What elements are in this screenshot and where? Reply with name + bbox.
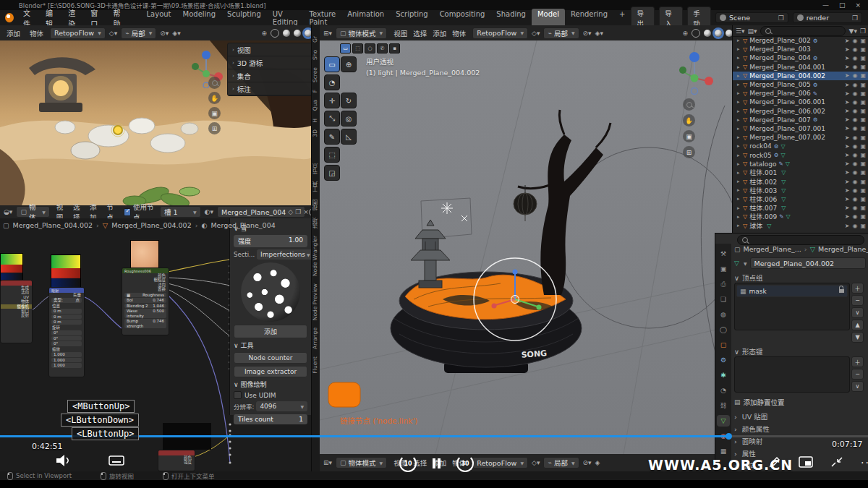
snap-magnet-icon[interactable]: ◈▾ bbox=[172, 30, 180, 37]
hide-render-camera-icon[interactable]: ▣ bbox=[860, 196, 866, 202]
workspace-tab[interactable]: Shading bbox=[490, 9, 532, 27]
hide-render-camera-icon[interactable]: ▣ bbox=[860, 99, 866, 106]
tab-world-icon[interactable]: ◯ bbox=[718, 325, 728, 334]
pan-hand-icon[interactable]: ✋ bbox=[683, 114, 695, 127]
vgroup-specials-button[interactable]: ∨ bbox=[851, 307, 864, 318]
pivot-icon[interactable]: ◇▾ bbox=[532, 459, 540, 466]
rest-position-row[interactable]: ▤ 添加静置位置 bbox=[734, 397, 866, 407]
workspace-tab[interactable]: Texture Paint bbox=[304, 9, 342, 27]
new-layer-icon[interactable]: ❐ bbox=[852, 14, 858, 22]
select-tweak-icon[interactable]: ▭ bbox=[340, 43, 351, 53]
hide-viewport-eye-icon[interactable]: ◉ bbox=[852, 134, 857, 141]
selectable-icon[interactable]: ➤ bbox=[845, 187, 850, 194]
tab-constraints-icon[interactable]: ⛓ bbox=[718, 401, 728, 410]
hide-viewport-eye-icon[interactable]: ◉ bbox=[852, 187, 857, 194]
hide-render-camera-icon[interactable]: ▣ bbox=[860, 152, 866, 158]
viewport-menu-item[interactable]: 添加 bbox=[430, 28, 449, 38]
hide-render-camera-icon[interactable]: ▣ bbox=[860, 55, 866, 61]
main-3d-viewport[interactable]: SONG bbox=[320, 40, 732, 454]
camera-view-icon[interactable]: ▣ bbox=[683, 130, 695, 142]
npanel-section[interactable]: ›视图 bbox=[228, 43, 311, 56]
tab-object-icon[interactable]: ▢ bbox=[718, 341, 728, 349]
hide-viewport-eye-icon[interactable]: ◉ bbox=[852, 179, 857, 185]
lv-orientation-dropdown[interactable]: ⌁局部▼ bbox=[121, 27, 156, 39]
vector-output[interactable]: 矢量 bbox=[49, 293, 84, 297]
hide-render-camera-icon[interactable]: ▣ bbox=[860, 179, 866, 185]
solid-shading-icon[interactable] bbox=[704, 30, 711, 37]
expand-arrow-icon[interactable]: ▸ bbox=[737, 223, 743, 228]
tiles-count-field[interactable]: Tiles count1 bbox=[234, 414, 307, 424]
hide-render-camera-icon[interactable]: ▣ bbox=[860, 82, 866, 88]
hide-viewport-eye-icon[interactable]: ◉ bbox=[852, 108, 857, 114]
hide-viewport-eye-icon[interactable]: ◉ bbox=[852, 160, 857, 167]
camera-view-icon[interactable]: ▣ bbox=[208, 107, 221, 119]
pan-hand-icon[interactable]: ✋ bbox=[208, 92, 221, 104]
hide-render-camera-icon[interactable]: ▣ bbox=[860, 125, 866, 132]
workspace-tab[interactable]: Animation bbox=[341, 9, 390, 27]
select-paint-icon[interactable]: ▪ bbox=[389, 43, 400, 53]
collection-icon[interactable]: ▤▾ bbox=[748, 27, 757, 35]
scale-tool[interactable]: ⤡ bbox=[324, 111, 340, 127]
node-output-row[interactable]: 反射 bbox=[1, 313, 32, 317]
selectable-icon[interactable]: ➤ bbox=[845, 205, 850, 211]
slot-dropdown[interactable]: 槽 1▼ bbox=[160, 206, 201, 218]
shader-editor-canvas[interactable]: ▢Merged_Plane_004.002 ›▽Merged_Plane_004… bbox=[0, 218, 316, 471]
select-circle-icon[interactable]: ○ bbox=[365, 43, 375, 53]
outliner-row[interactable]: ▸ ▽ tatalogo ▽ ➤ ◉ ▣ bbox=[733, 160, 868, 168]
tab-render-icon[interactable]: ▣ bbox=[718, 265, 728, 273]
expand-arrow-icon[interactable]: ▸ bbox=[737, 82, 743, 87]
shrink-icon[interactable] bbox=[830, 456, 843, 469]
expand-arrow-icon[interactable]: ▸ bbox=[737, 73, 743, 79]
hide-viewport-eye-icon[interactable]: ◉ bbox=[852, 125, 857, 132]
value-field[interactable]: 0 m bbox=[51, 314, 82, 320]
selectable-icon[interactable]: ➤ bbox=[845, 90, 850, 97]
shape-keys-header[interactable]: ∨ 形态键 bbox=[734, 346, 866, 356]
hide-viewport-eye-icon[interactable]: ◉ bbox=[852, 46, 857, 53]
workspace-tab[interactable]: Compositing bbox=[434, 9, 491, 27]
expand-arrow-icon[interactable]: ▸ bbox=[737, 38, 743, 43]
hide-render-camera-icon[interactable]: ▣ bbox=[860, 205, 866, 211]
transform-tool[interactable]: ◎ bbox=[341, 111, 357, 127]
outliner-row[interactable]: ▸ ▽ 柱体.002 ▽ ➤ ◉ ▣ bbox=[733, 177, 868, 186]
selectable-icon[interactable]: ➤ bbox=[845, 213, 850, 220]
collapsed-panel-header[interactable]: › 颜色属性 bbox=[734, 424, 866, 434]
node-field[interactable]: Blending 21.046 bbox=[124, 304, 166, 309]
copy-icon[interactable]: ❐ bbox=[295, 208, 301, 215]
add-vgroup-button[interactable]: ＋ bbox=[851, 283, 864, 294]
material-name-field[interactable]: Merged_Plane_004 ◇ ❐ × bbox=[217, 206, 305, 218]
texture-coordinate-node[interactable]: 生成法向UV物体摄像机窗口反射 bbox=[0, 280, 33, 343]
tool-button[interactable]: Node counter bbox=[234, 352, 307, 364]
new-scene-icon[interactable]: ❐ bbox=[778, 14, 784, 22]
hide-viewport-eye-icon[interactable]: ◉ bbox=[852, 72, 857, 79]
workspace-tab[interactable]: Model bbox=[532, 9, 565, 27]
selectable-icon[interactable]: ➤ bbox=[845, 72, 850, 79]
outliner-row[interactable]: ▸ ▽ rock04 ▽ ➤ ◉ ▣ bbox=[733, 142, 868, 150]
npanel-section[interactable]: ›集合 bbox=[228, 69, 311, 82]
tab-output-icon[interactable]: ⎙ bbox=[718, 280, 728, 288]
scene-selector[interactable]: Scene ❐ bbox=[715, 12, 788, 23]
outliner-row[interactable]: ▸ ▽ 柱体.006 ▽ ➤ ◉ ▣ bbox=[733, 194, 868, 203]
add-cube-tool[interactable]: ⬚ bbox=[324, 147, 340, 163]
outliner-row[interactable]: ▸ ▽ Merged_Plane_006 ▽ ➤ ◉ ▣ bbox=[733, 89, 868, 98]
tools-section-header[interactable]: ∨ 工具 bbox=[234, 341, 307, 350]
remove-vgroup-button[interactable]: − bbox=[851, 295, 864, 306]
gizmo-toggle-icon[interactable]: ⊕ bbox=[682, 30, 688, 37]
move-tool[interactable]: ✛ bbox=[324, 93, 340, 108]
cursor-tool[interactable]: ⊕ bbox=[341, 56, 357, 72]
value-field[interactable]: 0 m bbox=[51, 320, 82, 325]
zoom-icon[interactable] bbox=[208, 77, 221, 89]
pip-icon[interactable] bbox=[799, 456, 813, 469]
selectable-icon[interactable]: ➤ bbox=[845, 160, 850, 167]
orientation-dropdown[interactable]: ⌁局部▼ bbox=[543, 457, 579, 468]
filter-icon[interactable]: ▼▾ bbox=[848, 27, 856, 35]
hide-viewport-eye-icon[interactable]: ◉ bbox=[852, 205, 857, 211]
expand-arrow-icon[interactable]: ▸ bbox=[737, 161, 743, 167]
edit-pencil-icon[interactable] bbox=[768, 455, 781, 470]
vertex-groups-header[interactable]: ∨ 顶点组 bbox=[734, 273, 866, 283]
expand-arrow-icon[interactable]: ▸ bbox=[737, 143, 743, 149]
outliner-row[interactable]: ▸ ▽ Merged_Plane_003 ▽ ➤ ◉ ▣ bbox=[733, 45, 868, 53]
hide-render-camera-icon[interactable]: ▣ bbox=[860, 134, 866, 141]
select-lasso-icon[interactable]: ✆ bbox=[377, 43, 388, 53]
shapekey-specials-button[interactable]: ∨ bbox=[851, 381, 864, 392]
select-box-tool[interactable]: ▭ bbox=[324, 56, 340, 72]
